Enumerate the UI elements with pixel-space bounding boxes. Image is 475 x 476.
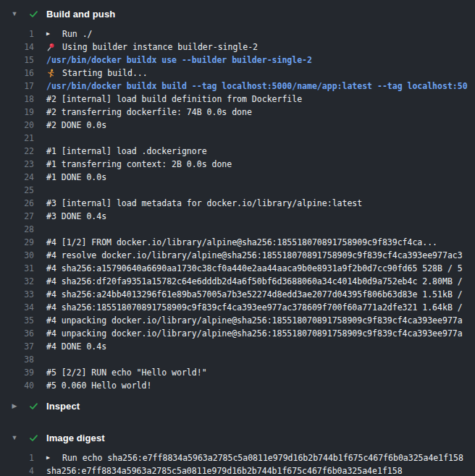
line-number[interactable]: 25: [0, 184, 34, 197]
log-line[interactable]: 29#4 [1/2] FROM docker.io/library/alpine…: [0, 236, 475, 249]
log-line[interactable]: 36#4 unpacking docker.io/library/alpine@…: [0, 327, 475, 340]
log-line[interactable]: 15/usr/bin/docker buildx use --builder b…: [0, 54, 475, 67]
log-line[interactable]: 20#2 DONE 0.0s: [0, 119, 475, 132]
line-number[interactable]: 30: [0, 249, 34, 262]
log-line[interactable]: 25: [0, 184, 475, 197]
section-log-lines: 1▶Run ./14Using builder instance builder…: [0, 27, 475, 392]
log-line[interactable]: 18#2 [internal] load build definition fr…: [0, 93, 475, 106]
log-line[interactable]: 38: [0, 353, 475, 366]
line-number[interactable]: 17: [0, 80, 34, 93]
log-text: #4 sha256:df20fa9351a15782c64e6dddb2d4a6…: [34, 275, 463, 288]
section-title: Build and push: [46, 9, 115, 20]
line-number[interactable]: 38: [0, 353, 34, 366]
line-number[interactable]: 35: [0, 314, 34, 327]
line-number[interactable]: 23: [0, 158, 34, 171]
log-line[interactable]: 39#5 [2/2] RUN echo "Hello world!": [0, 366, 475, 379]
log-line[interactable]: 21: [0, 132, 475, 145]
line-number[interactable]: 18: [0, 93, 34, 106]
log-text-content: #2 DONE 0.0s: [46, 119, 106, 132]
line-number[interactable]: 20: [0, 119, 34, 132]
log-text-content: #1 [internal] load .dockerignore: [46, 145, 207, 158]
line-number[interactable]: 27: [0, 210, 34, 223]
log-text: [34, 353, 46, 366]
log-line[interactable]: 31#4 sha256:a15790640a6690aa1730c38cf0a4…: [0, 262, 475, 275]
log-line[interactable]: 1▶Run ./: [0, 27, 475, 41]
chevron-down-icon[interactable]: ▼: [9, 10, 20, 17]
log-text: #2 DONE 0.0s: [34, 119, 106, 132]
line-number[interactable]: 37: [0, 340, 34, 353]
log-text: #4 resolve docker.io/library/alpine@sha2…: [34, 249, 463, 262]
log-text-content: #4 [1/2] FROM docker.io/library/alpine@s…: [46, 236, 437, 249]
log-line[interactable]: 32#4 sha256:df20fa9351a15782c64e6dddb2d4…: [0, 275, 475, 288]
line-number[interactable]: 39: [0, 366, 34, 379]
log-line[interactable]: 19#2 transferring dockerfile: 74B 0.0s d…: [0, 106, 475, 119]
log-text: ▶Run echo sha256:e7ff8834a5963a2785c5a08…: [34, 451, 463, 464]
section-header-inspect[interactable]: ▶Inspect: [0, 392, 475, 420]
section-header-build-and-push[interactable]: ▼Build and push: [0, 0, 475, 27]
line-number[interactable]: 24: [0, 171, 34, 184]
run-toggle-icon[interactable]: ▶: [46, 27, 62, 41]
line-number[interactable]: 22: [0, 145, 34, 158]
log-text: #5 [2/2] RUN echo "Hello world!": [34, 366, 207, 379]
section-log-lines: 1▶Run echo sha256:e7ff8834a5963a2785c5a0…: [0, 451, 475, 476]
log-line[interactable]: 23#1 transferring context: 2B 0.0s done: [0, 158, 475, 171]
log-line[interactable]: 22#1 [internal] load .dockerignore: [0, 145, 475, 158]
log-line[interactable]: 24#1 DONE 0.0s: [0, 171, 475, 184]
runner-icon: [46, 69, 62, 77]
log-text: #4 unpacking docker.io/library/alpine@sh…: [34, 314, 463, 327]
log-text: #5 0.060 Hello world!: [34, 379, 151, 392]
log-text: #1 DONE 0.0s: [34, 171, 106, 184]
log-line[interactable]: 30#4 resolve docker.io/library/alpine@sh…: [0, 249, 475, 262]
log-line[interactable]: 40#5 0.060 Hello world!: [0, 379, 475, 392]
log-text-content: #4 unpacking docker.io/library/alpine@sh…: [46, 314, 463, 327]
log-line[interactable]: 16Starting build...: [0, 67, 475, 80]
line-number[interactable]: 1: [0, 451, 34, 464]
line-number[interactable]: 16: [0, 67, 34, 80]
line-number[interactable]: 21: [0, 132, 34, 145]
log-line[interactable]: 27#3 DONE 0.4s: [0, 210, 475, 223]
log-text: [34, 223, 46, 236]
chevron-down-icon[interactable]: ▼: [9, 434, 20, 441]
line-number[interactable]: 14: [0, 41, 34, 54]
log-line[interactable]: 28: [0, 223, 475, 236]
line-number[interactable]: 36: [0, 327, 34, 340]
log-text: #3 [internal] load metadata for docker.i…: [34, 197, 362, 210]
line-number[interactable]: 19: [0, 106, 34, 119]
log-line[interactable]: 26#3 [internal] load metadata for docker…: [0, 197, 475, 210]
log-text-content: sha256:e7ff8834a5963a2785c5a0811e979d16b…: [46, 464, 403, 476]
line-number[interactable]: 33: [0, 288, 34, 301]
log-text: #4 unpacking docker.io/library/alpine@sh…: [34, 327, 463, 340]
line-number[interactable]: 32: [0, 275, 34, 288]
log-line[interactable]: 33#4 sha256:a24bb4013296f61e89ba57005a7b…: [0, 288, 475, 301]
log-line[interactable]: 34#4 sha256:185518070891758909c9f839cf4c…: [0, 301, 475, 314]
log-text-content: #4 DONE 0.4s: [46, 340, 106, 353]
log-text: sha256:e7ff8834a5963a2785c5a0811e979d16b…: [34, 464, 403, 476]
log-text: #4 DONE 0.4s: [34, 340, 106, 353]
log-text: #4 sha256:185518070891758909c9f839cf4ca3…: [34, 301, 463, 314]
log-line[interactable]: 37#4 DONE 0.4s: [0, 340, 475, 353]
line-number[interactable]: 34: [0, 301, 34, 314]
line-number[interactable]: 1: [0, 27, 34, 41]
line-number[interactable]: 26: [0, 197, 34, 210]
chevron-right-icon[interactable]: ▶: [9, 402, 20, 409]
section-header-image-digest[interactable]: ▼Image digest: [0, 424, 475, 451]
line-number[interactable]: 28: [0, 223, 34, 236]
log-text: #4 [1/2] FROM docker.io/library/alpine@s…: [34, 236, 437, 249]
section-title: Inspect: [46, 401, 80, 412]
log-line[interactable]: 14Using builder instance builder-single-…: [0, 41, 475, 54]
line-number[interactable]: 40: [0, 379, 34, 392]
line-number[interactable]: 31: [0, 262, 34, 275]
log-line[interactable]: 1▶Run echo sha256:e7ff8834a5963a2785c5a0…: [0, 451, 475, 464]
log-line[interactable]: 35#4 unpacking docker.io/library/alpine@…: [0, 314, 475, 327]
pushpin-icon: [46, 43, 62, 51]
log-line[interactable]: 4sha256:e7ff8834a5963a2785c5a0811e979d16…: [0, 464, 475, 476]
log-text-content: #3 DONE 0.4s: [46, 210, 106, 223]
log-line[interactable]: 17/usr/bin/docker buildx build --tag loc…: [0, 80, 475, 93]
line-number[interactable]: 4: [0, 464, 34, 476]
log-text: #4 sha256:a24bb4013296f61e89ba57005a7b3e…: [34, 288, 463, 301]
log-text-content: Run ./: [62, 27, 93, 41]
run-toggle-icon[interactable]: ▶: [46, 451, 62, 464]
log-text: [34, 184, 46, 197]
line-number[interactable]: 15: [0, 54, 34, 67]
line-number[interactable]: 29: [0, 236, 34, 249]
